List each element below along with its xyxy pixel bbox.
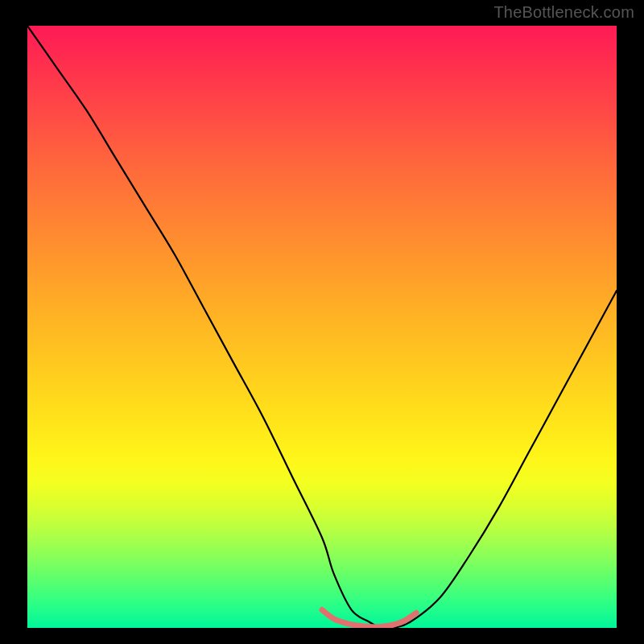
- chart-frame: TheBottleneck.com: [0, 0, 644, 644]
- bottom-accent-curve: [322, 610, 416, 627]
- watermark-text: TheBottleneck.com: [493, 3, 634, 22]
- bottleneck-curve: [27, 26, 617, 628]
- plot-area: [27, 26, 617, 628]
- curve-layer: [27, 26, 617, 628]
